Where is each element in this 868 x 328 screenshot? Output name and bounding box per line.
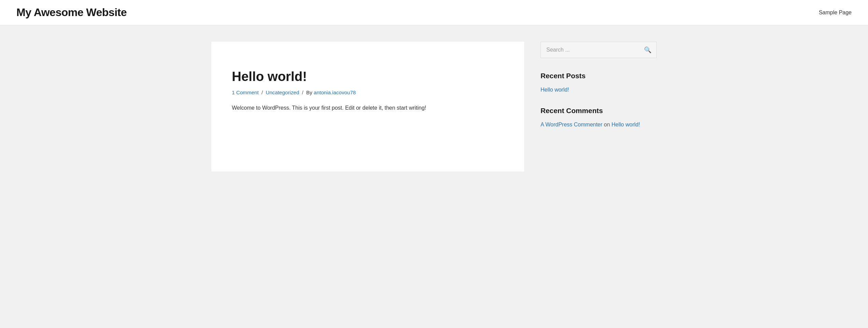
search-input[interactable] [541, 42, 639, 58]
site-title: My Awesome Website [16, 6, 127, 19]
site-header: My Awesome Website Sample Page [0, 0, 868, 25]
post-excerpt: Welcome to WordPress. This is your first… [232, 104, 504, 112]
post-author-link[interactable]: antonia.iacovou78 [314, 90, 356, 95]
post-category-link[interactable]: Uncategorized [266, 90, 299, 95]
post-comments-link[interactable]: 1 Comment [232, 90, 259, 95]
sidebar: 🔍 Recent Posts Hello world! Recent Comme… [541, 42, 657, 141]
post-author-prefix: By [306, 90, 312, 95]
content-area: Hello world! 1 Comment / Uncategorized /… [211, 42, 524, 172]
recent-post-link-1[interactable]: Hello world! [541, 87, 657, 93]
comment-post-link-1[interactable]: Hello world! [612, 122, 640, 127]
commenter-link-1[interactable]: A WordPress Commenter [541, 122, 602, 127]
sample-page-link[interactable]: Sample Page [819, 10, 852, 15]
recent-posts-title: Recent Posts [541, 72, 657, 80]
post-title: Hello world! [232, 69, 504, 84]
recent-posts-widget: Recent Posts Hello world! [541, 72, 657, 93]
search-button[interactable]: 🔍 [639, 43, 656, 57]
search-widget: 🔍 [541, 42, 657, 58]
post-meta: 1 Comment / Uncategorized / By antonia.i… [232, 90, 504, 95]
on-text-1: on [604, 122, 610, 127]
post-card: Hello world! 1 Comment / Uncategorized /… [211, 42, 524, 172]
meta-separator-1: / [262, 90, 264, 95]
recent-comments-title: Recent Comments [541, 107, 657, 115]
site-nav: Sample Page [819, 10, 852, 16]
meta-separator-2: / [302, 90, 305, 95]
recent-comments-widget: Recent Comments A WordPress Commenter on… [541, 107, 657, 128]
recent-comment-item-1: A WordPress Commenter on Hello world! [541, 122, 657, 128]
main-wrapper: Hello world! 1 Comment / Uncategorized /… [195, 25, 673, 188]
